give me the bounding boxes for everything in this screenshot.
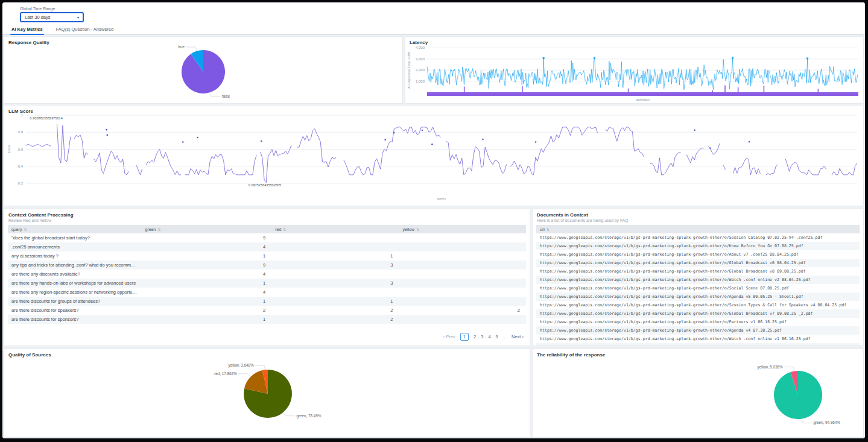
cell-url: https://www.googleapis.com/storage/v1/b/… <box>536 335 860 343</box>
chart-element <box>818 89 819 92</box>
chevron-down-icon: ▾ <box>77 15 79 19</box>
cell-query: any ai sessions today ? <box>8 251 142 260</box>
table-row: https://www.googleapis.com/storage/v1/b/… <box>536 233 860 242</box>
chart-element <box>686 148 704 163</box>
documents-table: url⇅https://www.googleapis.com/storage/v… <box>536 225 860 346</box>
pager-ellipsis: ... <box>503 334 507 339</box>
table-row: https://www.googleapis.com/storage/v1/b/… <box>536 259 860 267</box>
chart-element: 0.2 <box>18 182 24 185</box>
sort-icon: ⇅ <box>546 228 550 232</box>
column-label: red <box>275 227 281 232</box>
cell-query: are there any discounts available? <box>8 270 142 279</box>
table-row: https://www.googleapis.com/storage/v1/b/… <box>536 318 860 326</box>
chart-element: score <box>7 145 11 154</box>
cell-query: "does the global broadcast start today? <box>8 233 142 242</box>
chart-element: question <box>636 98 650 101</box>
table-row: https://www.googleapis.com/storage/v1/b/… <box>536 309 860 318</box>
cell-url: https://www.googleapis.com/storage/v1/b/… <box>536 326 860 335</box>
chart-element <box>146 150 181 175</box>
cell-url: https://www.googleapis.com/storage/v1/b/… <box>536 309 860 318</box>
panel-reliability: The reliability of the response green, 9… <box>532 349 864 438</box>
tab-ai-key-metrics[interactable]: AI Key Metrics <box>10 27 44 34</box>
cell-green: 4 <box>142 270 272 279</box>
time-range-dropdown[interactable]: Last 30 days ▾ <box>20 12 84 22</box>
panel-title: Latency <box>405 37 863 45</box>
pager-page-4[interactable]: 4 <box>488 334 490 339</box>
cell-url: https://www.googleapis.com/storage/v1/b/… <box>536 284 860 292</box>
reliability-pie-chart[interactable]: green, 94.964%yellow, 5.036% <box>533 349 863 437</box>
table-row: are there discounts for speakers?222 <box>8 306 526 315</box>
cell-yellow <box>399 297 526 306</box>
chart-element <box>774 371 822 419</box>
cell-red <box>271 242 399 251</box>
cell-url: https://www.googleapis.com/storage/v1/b/… <box>536 276 860 284</box>
pager-page-2[interactable]: 2 <box>474 334 476 339</box>
table-row: https://www.googleapis.com/storage/v1/b/… <box>536 267 860 276</box>
column-header-red[interactable]: red⇅ <box>271 225 399 233</box>
cell-yellow <box>399 251 526 260</box>
tab-label: FAQ(s) Question - Answered <box>56 27 113 32</box>
latency-line-chart[interactable]: 1,0002,0003,0004,000questionAI Response … <box>405 37 863 103</box>
table-row: any tips and tricks for attending .conf?… <box>8 260 526 270</box>
chart-element <box>74 135 88 159</box>
chart-element <box>136 165 142 175</box>
cell-query: are there any hands-on labs or workshops… <box>8 279 142 288</box>
chart-element <box>764 86 765 92</box>
pager-prev-button[interactable]: ‹ Prev <box>443 334 455 339</box>
chart-element <box>107 134 109 136</box>
cell-green: 9 <box>142 233 272 242</box>
cell-red: 3 <box>271 279 399 288</box>
table-row: .conf25 announcements4 <box>8 242 526 251</box>
quality-of-sources-pie-chart[interactable]: green, 78.49%red, 17.862%yellow, 3.648% <box>4 349 530 437</box>
chart-element: 3,000 <box>416 57 425 61</box>
table-row: https://www.googleapis.com/storage/v1/b/… <box>536 335 860 343</box>
chart-element <box>197 137 198 139</box>
dashboard-canvas: Response Quality falsetrue Latency 1,000… <box>2 35 865 438</box>
chart-element <box>605 127 644 157</box>
chart-element <box>57 124 71 163</box>
cell-red <box>271 270 399 279</box>
cell-green: 4 <box>142 288 272 297</box>
window-frame: Global Time Range Last 30 days ▾ AI Key … <box>0 0 868 442</box>
pager-page-3[interactable]: 3 <box>481 334 483 339</box>
chart-element <box>543 57 545 59</box>
chart-element <box>422 130 423 131</box>
column-header-url[interactable]: url⇅ <box>536 225 860 233</box>
panel-context-content-processing: Context Content Processing Review Red an… <box>4 209 530 346</box>
cell-red: 1 <box>271 297 399 306</box>
cell-query: are there discounts for groups of attend… <box>8 297 142 306</box>
chart-element <box>535 141 537 143</box>
response-quality-pie-chart[interactable]: falsetrue <box>4 37 402 103</box>
chart-element <box>785 159 826 175</box>
cell-red <box>271 233 399 242</box>
pager-next-button[interactable]: Next › <box>512 334 524 339</box>
cell-url: https://www.googleapis.com/storage/v1/b/… <box>536 242 860 250</box>
cell-red: 3 <box>271 260 399 270</box>
cell-green: 2 <box>142 306 272 315</box>
cell-green: 1 <box>142 251 272 260</box>
chart-element: 2,000 <box>416 68 425 72</box>
chart-element <box>650 153 680 175</box>
table-row: any ai sessions today ?11 <box>8 251 526 260</box>
chart-element: green, 78.49% <box>296 414 321 418</box>
table-row: https://www.googleapis.com/storage/v1/b/… <box>536 301 860 309</box>
chart-element <box>431 144 433 145</box>
llm-score-line-chart[interactable]: 10.80.60.40.2queryscore0.902882358297501… <box>4 106 863 206</box>
chart-element <box>93 151 128 175</box>
column-label: url <box>540 227 545 232</box>
chart-element: false <box>222 94 230 98</box>
panel-subtitle: Here is a list of documents are being us… <box>533 218 863 223</box>
column-header-green[interactable]: green⇅ <box>142 225 272 233</box>
chart-element: 0.0975256435502805 <box>249 183 281 187</box>
dashboard-tabs: AI Key Metrics FAQ(s) Question - Answere… <box>2 25 865 35</box>
pager-page-5[interactable]: 5 <box>496 334 498 339</box>
panel-title: The reliability of the response <box>533 349 863 358</box>
tab-faq-question-answered[interactable]: FAQ(s) Question - Answered <box>55 27 115 34</box>
pager-page-1[interactable]: 1 <box>460 333 469 341</box>
chart-element: 0.8 <box>18 130 24 134</box>
chart-element <box>694 129 695 131</box>
cell-yellow: 2 <box>399 306 526 315</box>
column-header-yellow[interactable]: yellow⇅ <box>399 225 526 233</box>
sort-icon: ⇅ <box>24 228 27 232</box>
column-header-query[interactable]: query⇅ <box>8 225 142 233</box>
